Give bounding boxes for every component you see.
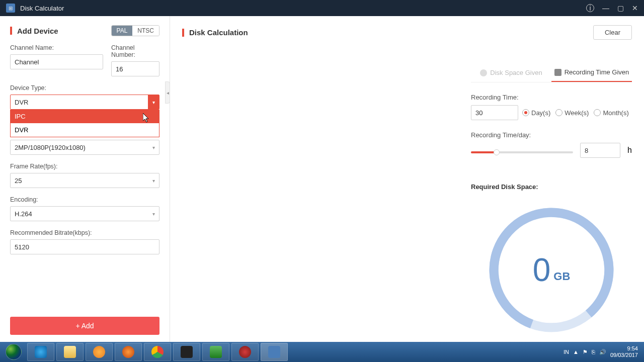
recording-per-day-field: Recording Time/day: h (471, 131, 632, 158)
window-title: Disk Calculator (20, 5, 586, 12)
tray-flag-icon[interactable]: ▲ (573, 349, 579, 355)
taskbar-chrome[interactable] (144, 343, 171, 361)
tab-time-label: Recording Time Given (565, 68, 629, 76)
resolution-select[interactable]: 2MP/1080P(1920x1080) ▾ (10, 140, 159, 155)
ntsc-toggle[interactable]: NTSC (132, 26, 159, 36)
system-tray: IN ▲ ⚑ ⎘ 🔊 9:54 09/03/2017 (564, 345, 642, 358)
app-icon: ⊞ (6, 4, 15, 13)
taskbar: IN ▲ ⚑ ⎘ 🔊 9:54 09/03/2017 (0, 342, 644, 362)
bitrate-input[interactable] (10, 239, 159, 254)
recording-per-day-label: Recording Time/day: (471, 131, 632, 139)
recording-time-label: Recording Time: (471, 94, 632, 101)
start-button[interactable] (2, 343, 25, 361)
tray-date: 09/03/2017 (610, 352, 638, 358)
taskbar-media[interactable] (86, 343, 113, 361)
standard-toggle[interactable]: PAL NTSC (111, 25, 159, 36)
window-controls: i — ▢ ✕ (586, 4, 638, 12)
radio-months[interactable]: Month(s) (594, 109, 628, 117)
time-icon (554, 69, 561, 76)
titlebar: ⊞ Disk Calculator i — ▢ ✕ (0, 0, 644, 16)
pal-toggle[interactable]: PAL (112, 26, 133, 36)
required-space-label: Required Disk Space: (471, 183, 632, 191)
chevron-down-icon: ▾ (152, 211, 155, 217)
bitrate-label: Recommended Bitrate(kbps): (10, 229, 159, 236)
main-panel: Disk Calculation Clear Disk Space Given … (170, 16, 644, 342)
device-type-value: DVR (15, 99, 28, 106)
tab-disk-label: Disk Space Given (490, 69, 542, 76)
disk-space-gauge: 0 GB (486, 205, 617, 335)
maximize-button[interactable]: ▢ (617, 4, 624, 12)
sidebar: ◂ Add Device PAL NTSC Channel Name: Chan… (0, 16, 170, 342)
device-type-label: Device Type: (10, 84, 159, 92)
radio-days[interactable]: Day(s) (522, 109, 550, 117)
taskbar-cmd[interactable] (173, 343, 200, 361)
frame-rate-value: 25 (15, 177, 22, 185)
tray-action-center-icon[interactable]: ⚑ (583, 349, 588, 355)
tray-network-icon[interactable]: ⎘ (592, 349, 595, 355)
device-type-option-ipc[interactable]: IPC (11, 110, 159, 123)
resolution-value: 2MP/1080P(1920x1080) (15, 144, 86, 151)
disk-icon (480, 69, 487, 76)
channel-name-input[interactable] (10, 54, 103, 69)
disk-calculation-title: Disk Calculation (182, 28, 248, 37)
main-title-text: Disk Calculation (189, 28, 248, 37)
taskbar-excel[interactable] (202, 343, 229, 361)
close-button[interactable]: ✕ (632, 4, 638, 12)
recording-time-input[interactable] (471, 105, 518, 120)
channel-name-label: Channel Name: (10, 44, 103, 51)
clear-button[interactable]: Clear (593, 25, 632, 40)
frame-rate-select[interactable]: 25 ▾ (10, 173, 159, 188)
right-panel: Disk Space Given Recording Time Given Re… (471, 63, 632, 335)
taskbar-firefox[interactable] (115, 343, 142, 361)
tab-recording-time-given[interactable]: Recording Time Given (551, 63, 632, 82)
mouse-cursor (143, 113, 151, 123)
device-type-dropdown-list: IPC DVR (10, 110, 159, 137)
channel-number-input[interactable] (111, 61, 159, 76)
tab-disk-space-given[interactable]: Disk Space Given (471, 63, 551, 82)
taskbar-explorer[interactable] (56, 343, 84, 361)
frame-rate-label: Frame Rate(fps): (10, 163, 159, 170)
gauge-unit: GB (553, 270, 570, 283)
tray-volume-icon[interactable]: 🔊 (599, 349, 606, 355)
hours-slider[interactable] (471, 151, 573, 153)
mode-tabs: Disk Space Given Recording Time Given (471, 63, 632, 82)
chevron-down-icon: ▾ (152, 178, 155, 184)
channel-number-label: Channel Number: (111, 44, 159, 58)
section-title-text: Add Device (17, 27, 58, 35)
info-icon[interactable]: i (586, 4, 594, 12)
encoding-label: Encoding: (10, 196, 159, 203)
minimize-button[interactable]: — (602, 4, 609, 12)
device-type-option-dvr[interactable]: DVR (11, 123, 159, 137)
chevron-down-icon[interactable]: ▾ (148, 95, 159, 109)
hours-input[interactable] (580, 143, 620, 158)
add-device-title: Add Device (10, 27, 58, 35)
chevron-down-icon: ▾ (152, 145, 155, 150)
taskbar-recorder[interactable] (231, 343, 259, 361)
tray-clock[interactable]: 9:54 09/03/2017 (610, 345, 638, 358)
device-type-select[interactable]: DVR ▾ IPC DVR (10, 95, 159, 110)
time-unit-radio-group: Day(s) Week(s) Month(s) (522, 109, 629, 117)
add-button[interactable]: + Add (10, 317, 159, 335)
taskbar-disk-calculator[interactable] (261, 343, 288, 361)
recording-time-field: Recording Time: Day(s) Week(s) Month(s) (471, 94, 632, 120)
encoding-value: H.264 (15, 210, 32, 218)
radio-weeks[interactable]: Week(s) (555, 109, 589, 117)
sidebar-collapse-handle[interactable]: ◂ (165, 81, 170, 104)
gauge-value: 0 (533, 251, 551, 289)
hours-unit: h (627, 146, 632, 155)
tray-time: 9:54 (610, 345, 638, 352)
tray-lang[interactable]: IN (564, 349, 569, 355)
taskbar-ie[interactable] (27, 343, 54, 361)
encoding-select[interactable]: H.264 ▾ (10, 206, 159, 221)
